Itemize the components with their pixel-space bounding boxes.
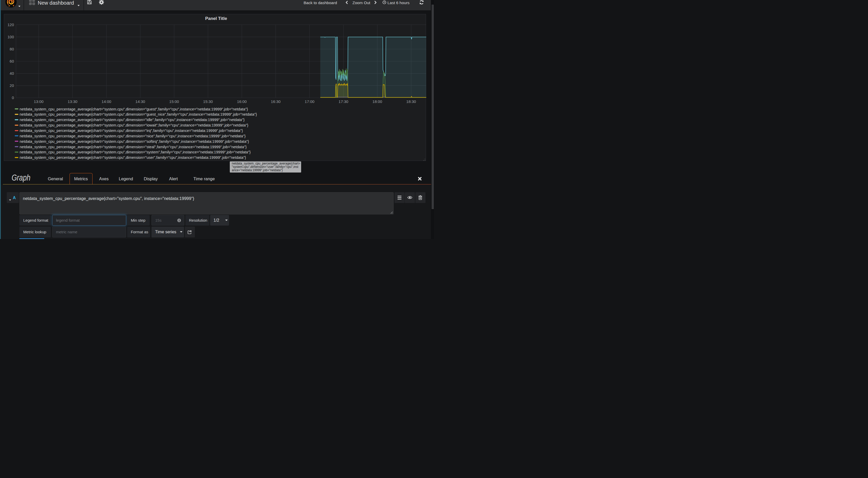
svg-text:15:00: 15:00 [169,99,179,103]
svg-text:0: 0 [12,95,14,100]
svg-text:13:30: 13:30 [68,99,78,103]
svg-text:40: 40 [9,71,14,75]
svg-text:18:30: 18:30 [406,99,416,103]
svg-text:16:00: 16:00 [237,99,247,103]
svg-text:20: 20 [9,83,14,87]
svg-text:17:00: 17:00 [305,99,315,103]
svg-text:15:30: 15:30 [203,99,213,103]
svg-text:17:30: 17:30 [339,99,348,103]
svg-text:14:30: 14:30 [135,99,145,103]
svg-text:120: 120 [7,22,14,27]
svg-text:80: 80 [9,47,14,51]
svg-text:60: 60 [9,59,14,63]
svg-text:13:00: 13:00 [34,99,44,103]
svg-text:100: 100 [7,34,14,39]
svg-text:14:00: 14:00 [101,99,112,103]
svg-text:18:00: 18:00 [372,99,382,103]
svg-text:16:30: 16:30 [271,99,281,103]
